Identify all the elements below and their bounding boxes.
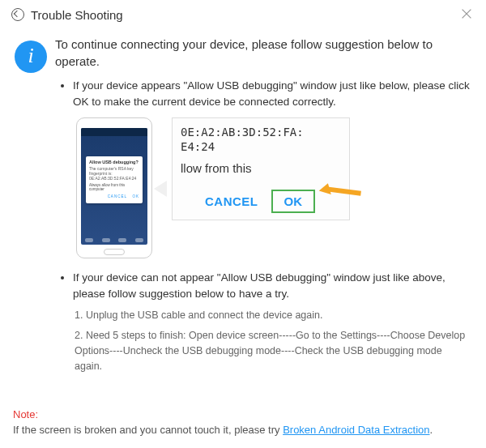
app-icon: [11, 8, 24, 21]
phone-dialog-title: Allow USB debugging?: [89, 160, 139, 164]
phone-dialog-checkbox: Always allow from this computer: [89, 183, 139, 191]
phone-screen: Allow USB debugging? The computer's RSA …: [81, 128, 147, 245]
arrow-icon: [313, 170, 364, 215]
zoom-fingerprint-line2: E4:24: [181, 139, 341, 154]
phone-dialog-fingerprint: 0E:A2:AB:3D:52:FA:E4:24: [89, 176, 139, 181]
step-list: If your device appears "Allow USB debugg…: [55, 78, 471, 373]
zoom-dialog: 0E:A2:AB:3D:52:FA: E4:24 llow from this …: [172, 117, 350, 220]
zoom-prompt-text: llow from this: [181, 161, 341, 175]
step-1-text: If your device appears "Allow USB debugg…: [73, 78, 471, 109]
window-title: Trouble Shooting: [31, 8, 458, 22]
phone-dialog-cancel: CANCEL: [108, 194, 127, 198]
content: i To continue connecting your device, pl…: [0, 28, 486, 385]
step-1: If your device appears "Allow USB debugg…: [73, 78, 471, 258]
note-link[interactable]: Broken Android Data Extraction: [283, 424, 429, 436]
step-2-substeps: 1. Unplug the USB cable and connect the …: [73, 308, 471, 373]
note-text-after: .: [430, 424, 433, 436]
info-icon: i: [15, 41, 47, 73]
titlebar: Trouble Shooting: [0, 0, 486, 28]
step-2-text: If your device can not appear "Allow USB…: [73, 270, 471, 301]
zoom-buttons: CANCEL OK: [181, 190, 341, 213]
note-section: Note: If the screen is broken and you ca…: [13, 407, 473, 438]
zoom-ok-button: OK: [271, 190, 316, 213]
step-1-illustration: Allow USB debugging? The computer's RSA …: [76, 117, 471, 258]
phone-mockup: Allow USB debugging? The computer's RSA …: [76, 117, 152, 258]
zoom-fingerprint-line1: 0E:A2:AB:3D:52:FA:: [181, 125, 341, 139]
info-column: i: [15, 36, 55, 385]
zoom-cancel-button: CANCEL: [205, 194, 258, 208]
note-label: Note:: [13, 408, 38, 420]
phone-dialog-fingerprint-label: The computer's RSA key fingerprint is:: [89, 166, 139, 176]
close-button[interactable]: [458, 6, 475, 23]
substep-2: 2. Need 5 steps to finish: Open device s…: [75, 328, 471, 373]
step-2: If your device can not appear "Allow USB…: [73, 270, 471, 373]
note-text-before: If the screen is broken and you cannot t…: [13, 424, 283, 436]
lead-text: To continue connecting your device, plea…: [55, 36, 471, 70]
phone-dialog-ok: OK: [132, 194, 139, 198]
main-column: To continue connecting your device, plea…: [55, 36, 471, 385]
substep-1: 1. Unplug the USB cable and connect the …: [75, 308, 471, 323]
phone-dialog: Allow USB debugging? The computer's RSA …: [86, 156, 143, 203]
callout-pointer: [154, 181, 167, 197]
